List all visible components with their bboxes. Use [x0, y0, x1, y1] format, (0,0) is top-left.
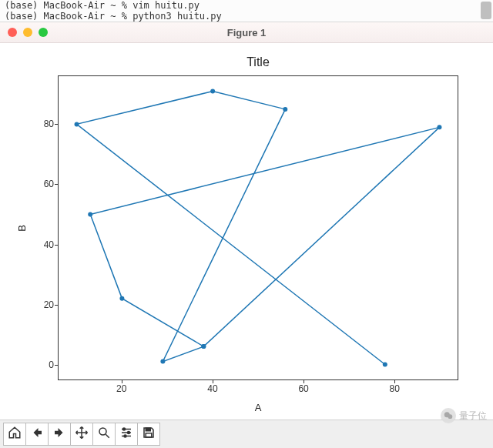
svg-point-0: [99, 428, 106, 435]
back-button[interactable]: [25, 423, 49, 446]
window-titlebar: Figure 1: [0, 22, 493, 43]
y-tick-label: 20: [23, 299, 54, 310]
home-button[interactable]: [3, 423, 26, 446]
minimize-button[interactable]: [23, 28, 32, 37]
svg-rect-5: [146, 433, 152, 437]
line-series: [77, 92, 440, 365]
y-tick-label: 80: [23, 119, 54, 129]
move-icon: [75, 426, 89, 443]
y-tick-label: 0: [23, 359, 54, 370]
data-point: [383, 363, 387, 367]
zoom-button[interactable]: [39, 28, 48, 37]
chart-title: Title: [58, 55, 458, 69]
terminal-line: (base) MacBook-Air ~ % vim huitu.py: [5, 0, 488, 11]
data-point: [119, 296, 124, 301]
data-point: [88, 212, 92, 216]
plot-area[interactable]: [58, 75, 458, 380]
svg-point-1: [123, 428, 126, 430]
window-title: Figure 1: [0, 27, 493, 38]
x-tick-label: 60: [288, 383, 319, 394]
close-button[interactable]: [8, 28, 17, 37]
svg-rect-4: [146, 428, 150, 431]
matplotlib-toolbar: [0, 420, 493, 448]
data-point: [201, 344, 206, 349]
arrow-left-icon: [30, 426, 44, 443]
terminal-scrollbar[interactable]: [481, 2, 491, 19]
source-watermark: 量子位: [441, 408, 487, 423]
terminal-line: (base) MacBook-Air ~ % python3 huitu.py: [5, 11, 488, 22]
traffic-lights: [8, 28, 48, 37]
y-tick-label: 60: [23, 179, 54, 189]
x-tick-label: 80: [379, 383, 410, 394]
x-axis-label: A: [58, 402, 458, 413]
data-point: [160, 359, 165, 364]
sliders-icon: [119, 426, 133, 443]
terminal-snippet: (base) MacBook-Air ~ % vim huitu.py (bas…: [0, 0, 493, 22]
figure-canvas: Title B A 020406080 20406080: [0, 43, 493, 420]
pan-button[interactable]: [70, 423, 93, 446]
x-tick-label: 40: [197, 383, 228, 394]
wechat-icon: [441, 408, 456, 423]
data-point: [75, 122, 79, 126]
configure-button[interactable]: [115, 423, 138, 446]
svg-point-7: [448, 414, 452, 419]
forward-button[interactable]: [48, 423, 71, 446]
save-icon: [142, 426, 156, 443]
watermark-text: 量子位: [459, 410, 487, 423]
arrow-right-icon: [52, 426, 66, 443]
data-point: [283, 107, 287, 112]
save-button[interactable]: [137, 423, 160, 446]
svg-point-2: [128, 432, 130, 434]
zoom-button-tool[interactable]: [92, 423, 116, 446]
data-point: [437, 125, 441, 129]
home-icon: [8, 426, 22, 443]
magnifier-icon: [97, 426, 111, 443]
y-tick-label: 40: [23, 239, 54, 250]
data-point: [210, 89, 215, 94]
x-tick-label: 20: [106, 383, 137, 394]
svg-point-3: [124, 435, 126, 437]
